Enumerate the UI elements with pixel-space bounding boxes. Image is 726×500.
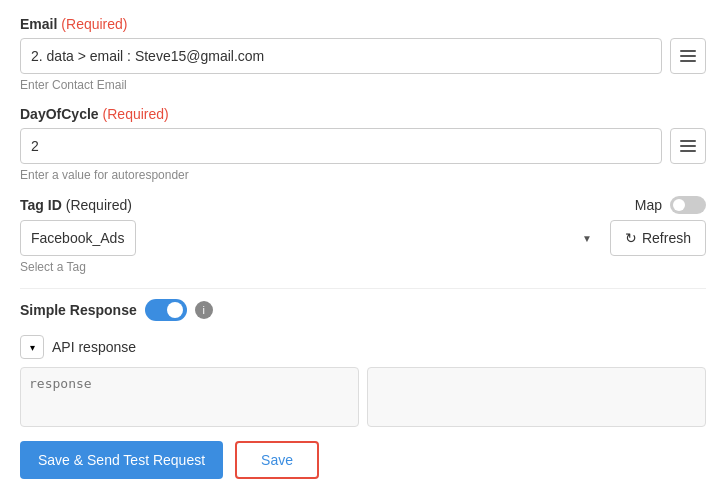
day-of-cycle-label-text: DayOfCycle	[20, 106, 99, 122]
email-hint: Enter Contact Email	[20, 78, 706, 92]
day-of-cycle-hint: Enter a value for autoresponder	[20, 168, 706, 182]
email-input[interactable]	[20, 38, 662, 74]
simple-response-label: Simple Response	[20, 302, 137, 318]
refresh-button[interactable]: ↻ Refresh	[610, 220, 706, 256]
email-input-row	[20, 38, 706, 74]
api-response-section: ▾ API response	[20, 335, 706, 427]
tag-id-field-group: Tag ID (Required) Map Facebook_Ads Googl…	[20, 196, 706, 274]
email-label: Email (Required)	[20, 16, 706, 32]
tag-id-select-wrapper: Facebook_Ads Google_Ads Instagram	[20, 220, 602, 256]
map-toggle-slider	[670, 196, 706, 214]
map-label: Map	[635, 197, 662, 213]
button-row: Save & Send Test Request Save	[20, 441, 706, 479]
day-of-cycle-required: (Required)	[103, 106, 169, 122]
hamburger-icon-2	[680, 140, 696, 152]
tag-id-required: (Required)	[66, 197, 132, 213]
refresh-label: Refresh	[642, 230, 691, 246]
api-response-title: API response	[52, 339, 136, 355]
day-of-cycle-field-group: DayOfCycle (Required) Enter a value for …	[20, 106, 706, 182]
tag-id-select-row: Facebook_Ads Google_Ads Instagram ↻ Refr…	[20, 220, 706, 256]
api-response-toggle-button[interactable]: ▾	[20, 335, 44, 359]
api-response-header: ▾ API response	[20, 335, 706, 359]
day-of-cycle-input-row	[20, 128, 706, 164]
divider-1	[20, 288, 706, 289]
simple-response-toggle[interactable]	[145, 299, 187, 321]
save-button[interactable]: Save	[235, 441, 319, 479]
day-of-cycle-input[interactable]	[20, 128, 662, 164]
save-and-send-button[interactable]: Save & Send Test Request	[20, 441, 223, 479]
tag-id-label-text: Tag ID	[20, 197, 62, 213]
email-label-text: Email	[20, 16, 57, 32]
toggle-track	[145, 299, 187, 321]
api-response-input-2[interactable]	[367, 367, 706, 427]
hamburger-icon	[680, 50, 696, 62]
refresh-icon: ↻	[625, 230, 637, 246]
info-icon[interactable]: i	[195, 301, 213, 319]
api-response-inputs	[20, 367, 706, 427]
toggle-thumb	[167, 302, 183, 318]
email-field-group: Email (Required) Enter Contact Email	[20, 16, 706, 92]
tag-id-hint: Select a Tag	[20, 260, 706, 274]
map-toggle-area: Map	[635, 196, 706, 214]
email-required: (Required)	[61, 16, 127, 32]
tag-id-header-row: Tag ID (Required) Map	[20, 196, 706, 214]
api-response-input-1[interactable]	[20, 367, 359, 427]
day-of-cycle-menu-button[interactable]	[670, 128, 706, 164]
simple-response-row: Simple Response i	[20, 299, 706, 321]
email-menu-button[interactable]	[670, 38, 706, 74]
tag-id-select[interactable]: Facebook_Ads Google_Ads Instagram	[20, 220, 136, 256]
day-of-cycle-label: DayOfCycle (Required)	[20, 106, 706, 122]
map-toggle[interactable]	[670, 196, 706, 214]
tag-id-label-area: Tag ID (Required)	[20, 197, 132, 213]
